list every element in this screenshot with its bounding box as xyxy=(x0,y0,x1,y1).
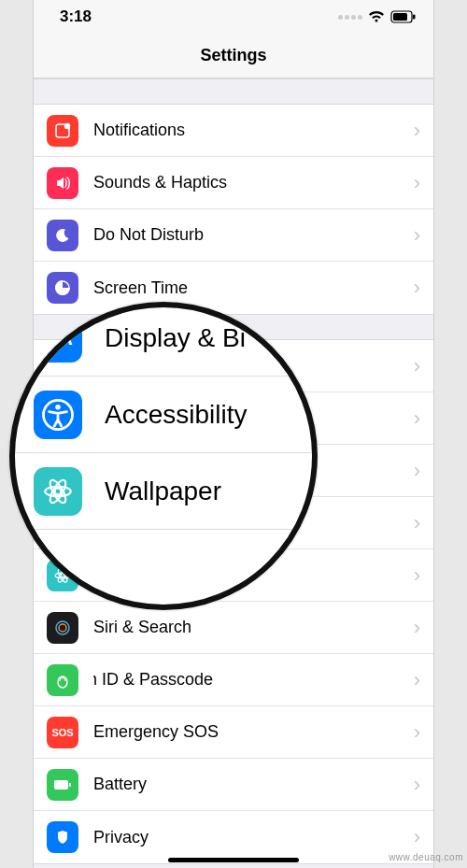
settings-group-1: Notifications › Sounds & Haptics › Do No… xyxy=(34,105,433,314)
status-bar: 3:18 xyxy=(34,0,433,34)
chevron-right-icon: › xyxy=(414,773,420,797)
row-label: Emergency SOS xyxy=(93,722,406,742)
row-notifications[interactable]: Notifications › xyxy=(34,105,433,157)
row-label: Privacy xyxy=(93,828,406,847)
chevron-right-icon: › xyxy=(414,563,420,588)
row-label: Notifications xyxy=(93,121,406,140)
chevron-right-icon: › xyxy=(414,825,420,849)
chevron-right-icon: › xyxy=(414,119,420,143)
row-sounds[interactable]: Sounds & Haptics › xyxy=(34,157,433,209)
wallpaper-icon xyxy=(34,467,82,516)
mag-row-wallpaper: Wallpaper xyxy=(15,453,312,530)
chevron-right-icon: › xyxy=(414,354,420,378)
wifi-icon xyxy=(368,10,385,23)
dnd-icon xyxy=(47,220,78,251)
status-time: 3:18 xyxy=(60,7,92,26)
svg-point-23 xyxy=(55,404,61,409)
row-label: Do Not Disturb xyxy=(93,225,406,245)
notifications-icon xyxy=(47,115,78,147)
row-screentime[interactable]: Screen Time › xyxy=(34,262,433,314)
mag-label: Accessibility xyxy=(105,400,247,430)
screentime-icon xyxy=(47,272,78,304)
row-label: Siri & Search xyxy=(93,618,406,637)
row-sos[interactable]: SOS Emergency SOS › xyxy=(34,706,433,759)
battery-icon xyxy=(390,10,417,23)
svg-rect-20 xyxy=(54,780,68,790)
group-separator xyxy=(34,863,433,868)
passcode-icon xyxy=(47,664,78,696)
row-label: Touch ID & Passcode xyxy=(93,670,406,690)
chevron-right-icon: › xyxy=(414,616,420,640)
chevron-right-icon: › xyxy=(414,276,420,300)
row-siri[interactable]: Siri & Search › xyxy=(34,602,433,654)
chevron-right-icon: › xyxy=(414,406,420,431)
accessibility-icon xyxy=(34,391,82,439)
chevron-right-icon: › xyxy=(414,511,420,535)
svg-rect-2 xyxy=(413,15,416,20)
sos-icon: SOS xyxy=(47,717,78,748)
row-label: Battery xyxy=(93,775,406,794)
privacy-icon xyxy=(47,821,78,853)
chevron-right-icon: › xyxy=(414,171,420,195)
chevron-right-icon: › xyxy=(414,668,420,692)
chevron-right-icon: › xyxy=(414,223,420,248)
mag-label: Wallpaper xyxy=(105,477,221,506)
watermark: www.deuaq.com xyxy=(389,852,463,862)
status-indicators xyxy=(338,10,417,23)
svg-rect-21 xyxy=(69,783,71,787)
siri-icon xyxy=(47,612,78,644)
row-battery[interactable]: Battery › xyxy=(34,759,433,811)
svg-point-24 xyxy=(55,488,62,494)
row-dnd[interactable]: Do Not Disturb › xyxy=(34,209,433,262)
svg-rect-1 xyxy=(393,13,407,21)
home-indicator[interactable] xyxy=(168,858,299,862)
svg-point-18 xyxy=(59,624,66,632)
mag-label: Display & Bi xyxy=(105,323,246,353)
chevron-right-icon: › xyxy=(414,459,420,483)
chevron-right-icon: › xyxy=(414,720,420,745)
svg-point-4 xyxy=(64,122,70,128)
row-label: Sounds & Haptics xyxy=(93,173,406,192)
signal-dots xyxy=(338,15,362,20)
group-separator xyxy=(34,78,433,105)
magnifier-overlay: AA Display & Bi Accessibility Wallpaper xyxy=(9,302,318,610)
mag-row-accessibility: Accessibility xyxy=(15,377,312,453)
sounds-icon xyxy=(47,167,78,199)
row-privacy[interactable]: Privacy › xyxy=(34,811,433,863)
row-label: Screen Time xyxy=(93,278,406,298)
svg-point-17 xyxy=(56,621,69,634)
battery-setting-icon xyxy=(47,769,78,801)
row-passcode[interactable]: Touch ID & Passcode › xyxy=(34,654,433,706)
page-title: Settings xyxy=(34,34,433,78)
